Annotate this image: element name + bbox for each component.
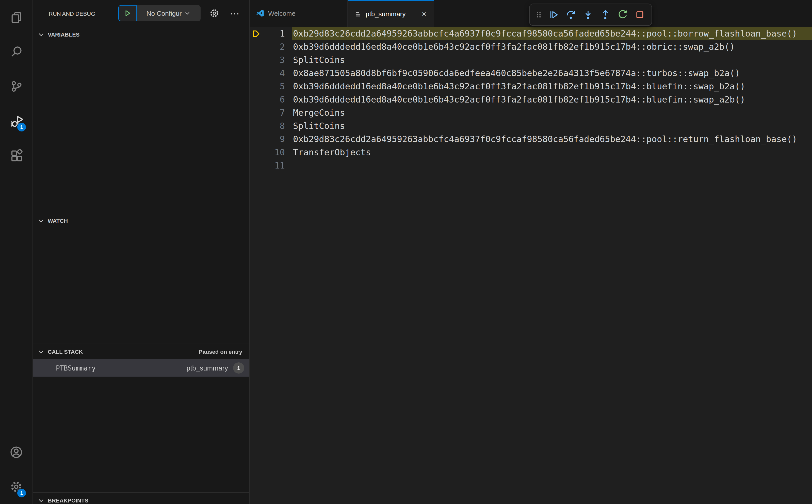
continue-button[interactable] [545,6,562,24]
activity-bar: 1 [0,0,33,504]
activity-explorer-button[interactable] [0,0,32,35]
stack-frame-line-badge: 1 [233,362,244,374]
line-text: 0xb39d6dddedd16ed8a40ce0b1e6b43c92acf0ff… [292,93,812,106]
call-stack-section-header[interactable]: CALL STACK Paused on entry [33,344,249,359]
chevron-down-icon [37,30,45,39]
start-debugging-button[interactable] [118,5,137,21]
code-line[interactable]: 10 TransferObjects [250,146,812,159]
activity-search-button[interactable] [0,35,32,69]
source-control-icon [10,80,23,93]
debug-current-line-arrow-icon [252,29,262,38]
call-stack-section: CALL STACK Paused on entry PTBSummary pt… [33,344,249,492]
ellipsis-icon: ⋯ [230,7,239,19]
continue-icon [548,9,559,20]
vscode-logo-icon [256,9,264,18]
line-text: MergeCoins [292,106,812,119]
restart-button[interactable] [614,6,631,24]
step-out-icon [600,9,611,20]
breakpoints-section-header[interactable]: BREAKPOINTS [33,493,249,504]
stack-frame-source: ptb_summary [186,364,228,372]
tab-label: Welcome [268,10,295,17]
code-line[interactable]: 8 SplitCoins [250,119,812,132]
line-number[interactable]: 4 [262,66,285,80]
code-line[interactable]: 6 0xb39d6dddedd16ed8a40ce0b1e6b43c92acf0… [250,93,812,106]
activity-run-and-debug-button[interactable]: 1 [0,104,32,138]
stop-button[interactable] [631,6,649,24]
line-number[interactable]: 9 [262,132,285,146]
activity-accounts-button[interactable] [0,435,32,469]
code-line[interactable]: 1 0xb29d83c26cdd2a64959263abbcfc4a6937f0… [250,27,812,40]
code-line[interactable]: 3 SplitCoins [250,53,812,66]
configuration-label: No Configur [146,9,182,17]
line-number[interactable]: 3 [262,53,285,66]
step-into-icon [583,9,594,20]
step-into-button[interactable] [580,6,597,24]
debug-configuration-dropdown[interactable]: No Configur [137,5,201,21]
line-text: SplitCoins [292,53,812,66]
debug-toolbar [529,4,652,26]
stack-frame-name: PTBSummary [56,364,96,372]
line-text: 0x8ae871505a80d8bf6bf9c05906cda6edfeea46… [292,66,812,80]
extensions-icon [10,149,23,162]
code-line[interactable]: 9 0xb29d83c26cdd2a64959263abbcfc4a6937f0… [250,132,812,146]
line-number[interactable]: 6 [262,93,285,106]
line-number[interactable]: 5 [262,80,285,93]
line-text: SplitCoins [292,119,812,132]
line-text: 0xb39d6dddedd16ed8a40ce0b1e6b43c92acf0ff… [292,80,812,93]
variables-section-label: VARIABLES [48,31,80,38]
variables-section: VARIABLES [33,27,249,213]
step-out-button[interactable] [597,6,614,24]
chevron-down-icon [184,10,191,17]
toolbar-drag-handle[interactable] [533,6,545,24]
code-editor[interactable]: 1 0xb29d83c26cdd2a64959263abbcfc4a6937f0… [250,27,812,504]
watch-section-label: WATCH [48,218,68,224]
line-text: TransferObjects [292,146,812,159]
sidebar-title-bar: RUN AND DEBUG No Configur [33,0,249,27]
account-icon [10,446,23,459]
list-file-icon [354,10,362,18]
line-number[interactable]: 8 [262,119,285,132]
code-line[interactable]: 11 [250,159,812,172]
debug-count-badge: 1 [17,122,26,132]
code-line[interactable]: 4 0x8ae871505a80d8bf6bf9c05906cda6edfeea… [250,66,812,80]
watch-section-header[interactable]: WATCH [33,213,249,228]
line-number[interactable]: 1 [262,27,285,40]
stop-icon [634,9,646,20]
call-stack-section-label: CALL STACK [48,349,83,355]
close-icon[interactable]: ✕ [421,9,428,19]
line-text: 0xb39d6dddedd16ed8a40ce0b1e6b43c92acf0ff… [292,40,812,53]
views-and-more-actions-button[interactable]: ⋯ [226,5,243,21]
settings-badge: 1 [17,488,26,498]
tab-label: ptb_summary [365,10,406,18]
chevron-down-icon [37,496,45,504]
files-icon [10,11,23,24]
tab-ptb-summary[interactable]: ptb_summary ✕ [348,0,434,27]
tab-welcome[interactable]: Welcome [250,0,348,27]
activity-settings-button[interactable]: 1 [0,469,32,504]
activity-source-control-button[interactable] [0,69,32,104]
watch-section: WATCH [33,213,249,344]
line-number[interactable]: 7 [262,106,285,119]
restart-icon [617,9,628,20]
activity-extensions-button[interactable] [0,138,32,173]
run-and-debug-sidebar: RUN AND DEBUG No Configur [33,0,250,504]
breakpoints-section: BREAKPOINTS [33,492,249,504]
line-number[interactable]: 2 [262,40,285,53]
search-icon [10,45,23,58]
vscode-window: 1 [0,0,812,504]
line-number[interactable]: 11 [262,159,285,172]
code-line[interactable]: 7 MergeCoins [250,106,812,119]
chevron-down-icon [37,217,45,225]
code-line[interactable]: 2 0xb39d6dddedd16ed8a40ce0b1e6b43c92acf0… [250,40,812,53]
open-launch-json-gear-button[interactable] [207,5,222,21]
line-number[interactable]: 10 [262,146,285,159]
play-icon [123,9,131,17]
debug-pause-status: Paused on entry [199,349,249,355]
step-over-icon [565,9,576,20]
code-line[interactable]: 5 0xb39d6dddedd16ed8a40ce0b1e6b43c92acf0… [250,80,812,93]
variables-section-header[interactable]: VARIABLES [33,27,249,42]
stack-frame-row[interactable]: PTBSummary ptb_summary 1 [33,359,249,377]
breakpoints-section-label: BREAKPOINTS [48,497,88,503]
step-over-button[interactable] [562,6,580,24]
editor-group: Welcome ptb_summary ✕ [250,0,812,504]
